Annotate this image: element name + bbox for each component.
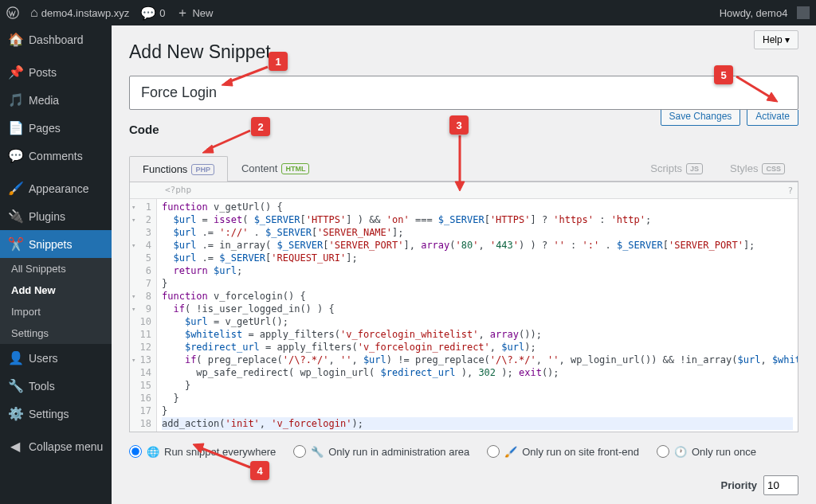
svg-line-3 <box>207 131 250 150</box>
callout-5: 5 <box>714 65 733 84</box>
code-help-icon[interactable]: ? <box>787 185 793 197</box>
sidebar-item-users[interactable]: 👤Users <box>0 344 112 372</box>
priority-field: Priority <box>720 475 798 495</box>
page-icon: 📄 <box>8 120 22 135</box>
globe-icon: 🌐 <box>147 446 159 458</box>
code-lines[interactable]: function v_getUrl() { $url = isset( $_SE… <box>157 199 798 432</box>
scope-once[interactable]: 🕐Only run once <box>657 445 756 458</box>
tab-content[interactable]: ContentHTML <box>228 155 324 181</box>
collapse-icon: ◀ <box>8 439 22 454</box>
sidebar-item-pages[interactable]: 📄Pages <box>0 114 112 142</box>
user-icon: 👤 <box>8 350 22 365</box>
tab-scripts: ScriptsJS <box>637 155 716 181</box>
code-editor[interactable]: <?php? ▾1▾23▾4567▾8▾9101112▾131415161718… <box>129 182 798 432</box>
howdy[interactable]: Howdy, demo4 <box>720 6 810 19</box>
sidebar-item-plugins[interactable]: 🔌Plugins <box>0 202 112 230</box>
main-content: Help ▾ Add New Snippet Save Changes Acti… <box>112 25 816 504</box>
sidebar-item-snippets[interactable]: ✂️Snippets <box>0 230 112 258</box>
svg-marker-8 <box>193 443 204 453</box>
brush-icon: 🖌️ <box>504 446 517 458</box>
scope-frontend[interactable]: 🖌️Only run on site front-end <box>487 445 639 458</box>
media-icon: 🎵 <box>8 92 22 107</box>
sidebar-sub-add[interactable]: Add New <box>0 279 112 301</box>
svg-marker-10 <box>767 92 778 102</box>
admin-sidebar: 🏠Dashboard 📌Posts 🎵Media 📄Pages 💬Comment… <box>0 25 112 504</box>
tab-functions[interactable]: FunctionsPHP <box>129 156 228 182</box>
sidebar-sub-settings[interactable]: Settings <box>0 322 112 344</box>
svg-marker-6 <box>455 182 465 191</box>
sidebar-item-settings[interactable]: ⚙️Settings <box>0 400 112 428</box>
tab-styles: StylesCSS <box>716 155 798 181</box>
avatar <box>797 6 810 19</box>
pin-icon: 📌 <box>8 64 22 80</box>
sidebar-sub-all[interactable]: All Snippets <box>0 258 112 279</box>
callout-2: 2 <box>251 117 270 136</box>
save-changes-button[interactable]: Save Changes <box>661 110 741 126</box>
site-link[interactable]: ⌂demo4.instawp.xyz <box>30 6 129 20</box>
sidebar-item-posts[interactable]: 📌Posts <box>0 58 112 86</box>
new-link[interactable]: ＋New <box>176 5 213 21</box>
help-button[interactable]: Help ▾ <box>754 30 798 49</box>
svg-line-7 <box>198 447 250 467</box>
sidebar-item-appearance[interactable]: 🖌️Appearance <box>0 174 112 202</box>
sidebar-collapse[interactable]: ◀Collapse menu <box>0 432 112 460</box>
svg-line-9 <box>736 76 773 99</box>
plugin-icon: 🔌 <box>8 209 22 224</box>
svg-marker-2 <box>222 78 233 86</box>
priority-input[interactable] <box>763 475 798 495</box>
callout-1: 1 <box>269 52 288 71</box>
svg-line-1 <box>226 67 268 83</box>
sidebar-submenu-snippets: All Snippets Add New Import Settings <box>0 258 112 344</box>
comment-icon: 💬 <box>8 148 22 163</box>
svg-marker-4 <box>202 145 214 153</box>
sidebar-item-comments[interactable]: 💬Comments <box>0 142 112 170</box>
clock-icon: 🕐 <box>674 446 687 458</box>
sidebar-item-media[interactable]: 🎵Media <box>0 86 112 114</box>
callout-3: 3 <box>449 115 469 135</box>
activate-button[interactable]: Activate <box>747 110 798 126</box>
wrench-icon: 🔧 <box>311 446 324 458</box>
dashboard-icon: 🏠 <box>8 32 22 47</box>
scissors-icon: ✂️ <box>8 236 22 252</box>
sidebar-item-tools[interactable]: 🔧Tools <box>0 372 112 400</box>
wrench-icon: 🔧 <box>8 378 22 393</box>
wp-logo[interactable] <box>6 6 19 19</box>
scope-admin[interactable]: 🔧Only run in administration area <box>293 445 469 458</box>
sidebar-item-dashboard[interactable]: 🏠Dashboard <box>0 25 112 53</box>
code-gutter: ▾1▾23▾4567▾8▾9101112▾131415161718 <box>130 199 157 432</box>
brush-icon: 🖌️ <box>8 181 22 196</box>
page-title: Add New Snippet <box>129 41 798 63</box>
admin-bar: ⌂demo4.instawp.xyz 💬0 ＋New Howdy, demo4 <box>0 0 816 25</box>
sidebar-sub-import[interactable]: Import <box>0 301 112 322</box>
callout-4: 4 <box>250 461 269 480</box>
comments-link[interactable]: 💬0 <box>140 6 165 21</box>
settings-icon: ⚙️ <box>8 406 22 421</box>
